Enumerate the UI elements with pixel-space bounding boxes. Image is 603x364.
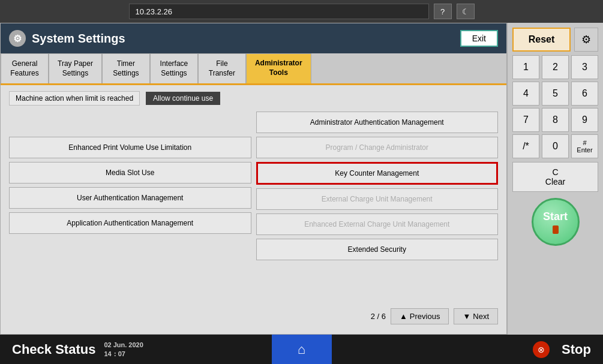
enhanced-print-button[interactable]: Enhanced Print Volume Use Limitation <box>9 137 251 158</box>
key-4[interactable]: 4 <box>512 82 539 106</box>
ip-address: 10.23.2.26 <box>136 7 172 16</box>
key-5[interactable]: 5 <box>542 82 569 106</box>
stop-icon[interactable]: ⊗ <box>533 341 550 358</box>
right-bottom-section: ⊗ Stop <box>332 341 604 358</box>
content-area: Machine action when limit is reached All… <box>1 85 506 334</box>
reset-row: Reset ⚙ <box>512 28 598 52</box>
enhanced-external-button: Enhanced External Charge Unit Management <box>256 213 499 235</box>
tab-interface-settings[interactable]: InterfaceSettings <box>150 53 198 83</box>
extended-security-button[interactable]: Extended Security <box>256 239 499 260</box>
previous-button[interactable]: ▲ Previous <box>391 308 449 324</box>
settings-gear-button[interactable]: ⚙ <box>574 28 598 52</box>
user-auth-button[interactable]: User Authentication Management <box>9 187 251 209</box>
stop-label[interactable]: Stop <box>562 342 591 357</box>
tab-file-transfer[interactable]: FileTransfer <box>198 53 246 83</box>
down-arrow-icon: ▼ <box>463 312 470 321</box>
start-button[interactable]: Start <box>532 198 580 246</box>
key-9[interactable]: 9 <box>571 108 598 132</box>
date-label: 02 Jun. 2020 <box>104 341 143 349</box>
key-2[interactable]: 2 <box>542 55 569 79</box>
clear-button[interactable]: CClear <box>512 162 598 192</box>
machine-action-label: Machine action when limit is reached <box>9 91 140 106</box>
help-button[interactable]: ? <box>434 4 452 19</box>
tab-timer-settings[interactable]: TimerSettings <box>102 53 150 83</box>
check-status-section: Check Status 02 Jun. 2020 14：07 <box>0 341 272 358</box>
key-8[interactable]: 8 <box>542 108 569 132</box>
machine-action-row: Machine action when limit is reached All… <box>9 91 498 106</box>
machine-panel: ⚙ System Settings Exit GeneralFeatures T… <box>0 23 507 335</box>
address-bar: 10.23.2.26 <box>129 4 429 19</box>
key-slash-star[interactable]: /* <box>512 134 539 158</box>
pagination-row: 2 / 6 ▲ Previous ▼ Next <box>9 305 498 328</box>
exit-button[interactable]: Exit <box>460 30 498 47</box>
time-label: 14：07 <box>104 350 143 358</box>
next-label: Next <box>473 312 489 321</box>
key-0[interactable]: 0 <box>542 134 569 158</box>
media-slot-button[interactable]: Media Slot Use <box>9 162 251 183</box>
key-6[interactable]: 6 <box>571 82 598 106</box>
top-bar: 10.23.2.26 ? ☾ <box>0 0 603 23</box>
gear-icon-header: ⚙ <box>9 30 26 47</box>
system-settings-header: ⚙ System Settings Exit <box>1 23 506 53</box>
keypad-grid: 1 2 3 4 5 6 7 8 9 /* 0 #Enter <box>512 55 598 158</box>
start-label: Start <box>543 210 568 223</box>
key-7[interactable]: 7 <box>512 108 539 132</box>
key-enter[interactable]: #Enter <box>571 134 598 158</box>
external-charge-button: External Charge Unit Management <box>256 188 499 210</box>
tabs-row: GeneralFeatures Tray PaperSettings Timer… <box>1 53 506 85</box>
system-title: System Settings <box>32 32 125 46</box>
sleep-button[interactable]: ☾ <box>457 4 475 19</box>
keypad-panel: Reset ⚙ 1 2 3 4 5 6 7 8 9 /* 0 #Enter CC… <box>507 23 603 335</box>
previous-label: Previous <box>410 312 440 321</box>
main-area: ⚙ System Settings Exit GeneralFeatures T… <box>0 23 603 335</box>
machine-action-value: Allow continue use <box>146 92 220 105</box>
left-spacer-1 <box>9 112 251 133</box>
start-indicator <box>553 225 559 234</box>
left-column: Enhanced Print Volume Use Limitation Med… <box>9 112 251 301</box>
gear-icon: ⚙ <box>581 33 591 46</box>
key-1[interactable]: 1 <box>512 55 539 79</box>
right-column: Administrator Authentication Management … <box>256 112 499 301</box>
key-3[interactable]: 3 <box>571 55 598 79</box>
next-button[interactable]: ▼ Next <box>454 308 498 324</box>
check-status-label[interactable]: Check Status <box>12 342 95 357</box>
tab-tray-paper[interactable]: Tray PaperSettings <box>49 53 102 83</box>
home-icon: ⌂ <box>298 342 305 357</box>
admin-auth-button[interactable]: Administrator Authentication Management <box>256 112 499 133</box>
tab-administrator-tools[interactable]: AdministratorTools <box>246 53 311 83</box>
home-button[interactable]: ⌂ <box>272 335 332 364</box>
page-info: 2 / 6 <box>371 312 386 321</box>
two-column-layout: Enhanced Print Volume Use Limitation Med… <box>9 112 498 301</box>
datetime: 02 Jun. 2020 14：07 <box>104 341 143 358</box>
stop-circle-icon: ⊗ <box>538 345 545 354</box>
bottom-bar: Check Status 02 Jun. 2020 14：07 ⌂ ⊗ Stop <box>0 335 603 364</box>
up-arrow-icon: ▲ <box>400 312 407 321</box>
tab-general-features[interactable]: GeneralFeatures <box>1 53 49 83</box>
prog-change-button: Program / Change Administrator <box>256 137 499 158</box>
reset-button[interactable]: Reset <box>512 28 571 52</box>
key-counter-button[interactable]: Key Counter Management <box>256 162 499 185</box>
app-auth-button[interactable]: Application Authentication Management <box>9 212 251 234</box>
system-title-group: ⚙ System Settings <box>9 30 125 47</box>
